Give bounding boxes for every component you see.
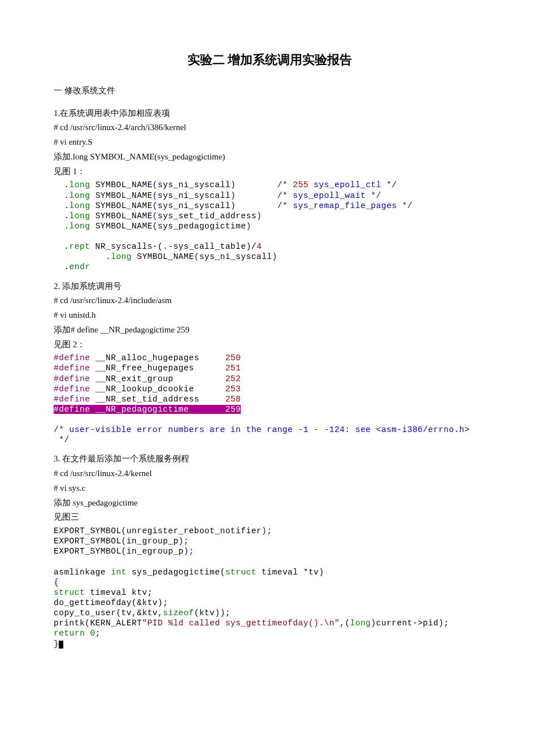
code-text: #define [54,364,95,373]
code-text: ); [262,526,272,535]
code-text: struct [54,588,85,597]
code-text: -sys_call_table)/ [168,242,256,251]
code-text: #define [54,405,95,414]
code-text: . [64,201,69,210]
code-text: EXPORT_SYMBOL( [54,547,127,556]
document-page: 实验二 增加系统调用实验报告 一 修改系统文件 1.在系统调用表中添加相应表项 … [0,0,534,691]
code-text: #define [54,374,95,383]
code-text: __NR_set_tid_address [95,395,199,404]
code-block-3: EXPORT_SYMBOL(unregister_reboot_notifier… [54,526,486,649]
code-text: 251 [225,364,241,373]
code-text: EXPORT_SYMBOL( [54,537,127,546]
code-text: 258 [225,395,241,404]
step2-cmd1: # cd /usr/src/linux-2.4/include/asm [54,295,486,307]
code-text: long [70,180,90,189]
add-prefix: 添加 [54,498,71,507]
code-comment: /* user-visible error numbers are in the… [54,425,470,444]
add-body: .long SYMBOL_NAME(sys_pedagogictime) [71,152,225,161]
code-text: ( [153,191,158,200]
code-text: __NR_alloc_hugepages [95,353,199,362]
code-text: /* sys_remap_file_pages */ [277,201,413,210]
code-text: do_gettimeofday(&ktv); [54,598,168,607]
step2-add: 添加# define __NR_pedagogictime 259 [54,324,486,336]
add-body: # define __NR_pedagogictime 259 [71,325,189,334]
add-body: sys_pedagogictime [71,498,138,507]
step2-see: 见图 2： [54,339,486,351]
code-text: __NR_lookup_dcookie [95,385,194,394]
code-text: timeval *tv) [257,568,324,577]
step2-cmd2: # vi unistd.h [54,309,486,322]
doc-title: 实验二 增加系统调用实验报告 [54,51,486,69]
code-text: struct [225,568,257,577]
code-text: SYMBOL_NAME [95,211,153,221]
text-cursor [59,641,63,649]
code-text: int [111,568,127,577]
code-text: ( [153,201,158,210]
code-text: ( [194,252,199,261]
code-text: 252 [225,374,241,383]
code-block-1: .long SYMBOL_NAME(sys_ni_syscall) /* 255… [54,180,486,272]
code-text: timeval ktv; [85,588,153,597]
code-text: long [111,252,132,261]
code-text: long [70,191,90,200]
code-text: asmlinkage [54,568,111,577]
code-text: SYMBOL_NAME [95,180,153,189]
code-text: { [54,578,59,587]
code-text: ( [153,180,158,189]
code-text: __NR_exit_group [95,374,173,383]
code-text: endr [70,262,90,271]
code-text: /* sys_epoll_wait */ [277,191,381,200]
code-text: "PID %ld called sys_gettimeofday().\n" [142,619,340,628]
code-text: sys_set_tid_address [158,211,257,221]
step2-heading: 2. 添加系统调用号 [54,280,486,293]
step1-cmd2: # vi entry.S [54,136,486,149]
code-text: . [64,211,69,221]
step3-add: 添加 sys_pedagogictime [54,497,486,509]
code-text: EXPORT_SYMBOL( [54,526,127,535]
code-text: printk(KERN_ALERT [54,619,142,628]
code-text: unregister_reboot_notifier [127,526,262,535]
code-text: . [64,222,69,231]
code-text: )current->pid); [371,619,449,628]
code-text: ( [153,211,158,221]
code-text: long [350,619,371,628]
code-text: long [70,222,90,231]
code-text: sys_pedagogictime( [127,568,225,577]
code-text: ( [153,222,158,231]
code-text: sys_ni_syscall [199,252,272,261]
code-text: SYMBOL_NAME [95,191,153,200]
code-text: sys_ni_syscall [158,180,231,189]
code-text: . [64,262,69,271]
code-text: SYMBOL_NAME [137,252,194,261]
code-text: long [70,201,90,210]
step1-heading: 1.在系统调用表中添加相应表项 [54,107,486,120]
code-text: sys_ni_syscall [158,201,231,210]
code-text: ) [257,211,262,221]
code-text: ) [231,180,236,189]
step3-see: 见图三 [54,511,486,524]
code-text: __NR_pedagogictime [95,405,189,414]
code-text: sizeof [163,608,194,617]
code-text: 259 [225,405,241,414]
code-text: in_egroup_p [127,547,184,556]
code-text: __NR_free_hugepages [95,364,194,373]
step1-add: 添加.long SYMBOL_NAME(sys_pedagogictime) [54,151,486,163]
code-block-2: #define __NR_alloc_hugepages 250 #define… [54,353,486,445]
highlighted-line: #define __NR_pedagogictime 259 [54,405,241,414]
code-text: rept [70,242,90,251]
code-text: ) [231,191,236,200]
code-text: 255 [293,180,309,189]
add-prefix: 添加 [54,152,71,161]
step1-see: 见图 1： [54,166,486,178]
step1-cmd1: # cd /usr/src/linux-2.4/arch/i386/kernel [54,122,486,134]
code-text: NR_syscalls-( [90,242,163,251]
code-text: SYMBOL_NAME [95,222,153,231]
code-text: in_group_p [127,537,179,546]
code-text: return 0 [54,629,95,638]
code-text: #define [54,353,95,362]
code-text: long [70,211,90,221]
code-text: sys_epoll_ctl */ [309,180,397,189]
code-text: . [64,180,69,189]
code-text: . [64,191,69,200]
code-text: } [54,640,59,649]
